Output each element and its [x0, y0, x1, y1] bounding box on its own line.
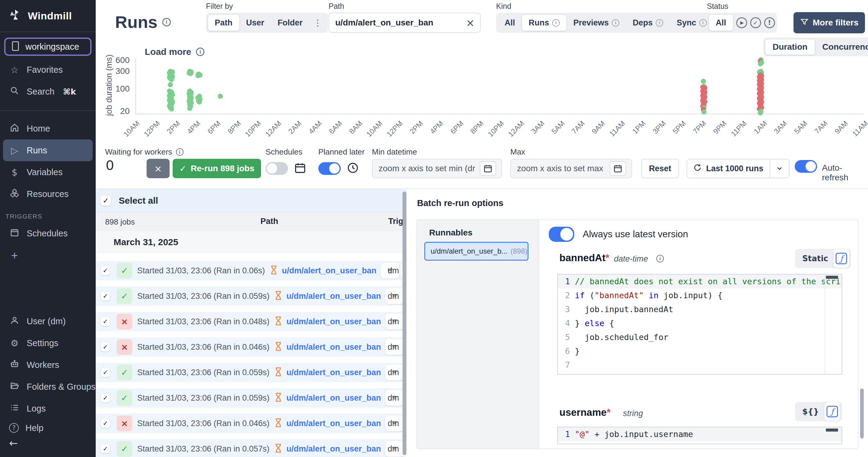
sidebar-item-runs[interactable]: ▷ Runs	[3, 139, 93, 161]
kind-option-previews[interactable]: Previews i	[567, 15, 626, 31]
sidebar-item-favorites[interactable]: ☆ Favorites	[0, 59, 96, 81]
job-path-link[interactable]: u/dm/alert_on_user_ban	[286, 419, 381, 428]
sidebar-item-help[interactable]: ? Help	[0, 420, 96, 436]
code-line: 1// bannedAt does not exist on all versi…	[558, 275, 842, 288]
sidebar-item-resources[interactable]: Resources	[0, 183, 96, 205]
min-datetime-input[interactable]	[378, 163, 476, 174]
job-row[interactable]: ✓ × Started 31/03, 23:06 (Ran in 0.048s)…	[96, 312, 406, 331]
latest-version-toggle[interactable]	[549, 227, 574, 242]
max-datetime-input[interactable]	[516, 163, 606, 174]
code-token: else	[585, 316, 604, 330]
planned-later-toggle[interactable]	[318, 162, 341, 175]
info-icon[interactable]: i	[656, 255, 664, 262]
status-running-icon[interactable]: ▶	[736, 17, 747, 28]
filter-option-folder[interactable]: Folder	[271, 15, 310, 31]
job-row[interactable]: ✓ ✓ Started 31/03, 23:06 (Ran in 0.057s)…	[96, 439, 406, 457]
x-tick-label: 8PM	[226, 119, 243, 136]
collapse-sidebar-icon[interactable]: ←	[0, 436, 96, 449]
latest-version-row: Always use latest version	[549, 227, 688, 242]
mode-template[interactable]: ${}	[797, 407, 825, 416]
editor-scrollbar[interactable]	[826, 429, 838, 432]
schedules-toggle[interactable]	[266, 162, 288, 175]
sidebar-item-search[interactable]: Search ⌘k	[0, 81, 96, 103]
calendar-icon[interactable]	[610, 161, 626, 176]
bannedAt-code-editor[interactable]: 1// bannedAt does not exist on all versi…	[557, 274, 842, 375]
job-path-link[interactable]: u/dm/alert_on_user_ban	[286, 444, 381, 454]
row-checkbox[interactable]: ✓	[101, 266, 110, 275]
sidebar-item-variables[interactable]: $ Variables	[0, 161, 96, 183]
kind-option-all[interactable]: All	[498, 15, 522, 31]
kind-option-runs[interactable]: Runs i	[522, 15, 567, 31]
list-scrollbar[interactable]	[403, 192, 406, 455]
job-path-link[interactable]: u/dm/alert_on_user_ban	[286, 342, 381, 352]
status-success-icon[interactable]: ✓	[750, 17, 761, 28]
job-path-link[interactable]: u/dm/alert_on_user_ban	[282, 266, 376, 276]
mode-static[interactable]: Static	[797, 254, 834, 263]
editor-scrollbar[interactable]	[826, 276, 838, 279]
job-path-link[interactable]: u/dm/alert_on_user_ban	[286, 368, 381, 377]
max-datetime-wrap	[510, 159, 632, 178]
duration-scatter-chart[interactable]	[135, 58, 864, 114]
info-icon[interactable]: i	[162, 18, 171, 26]
username-code-editor[interactable]: 1"@" + job.input.username	[557, 427, 842, 444]
calendar-icon[interactable]	[480, 161, 496, 176]
x-tick-label: 11AM	[608, 119, 627, 138]
row-checkbox[interactable]: ✓	[101, 444, 110, 453]
rerun-jobs-button[interactable]: ✓ Re-run 898 jobs	[173, 159, 261, 178]
filter-option-path[interactable]: Path	[208, 15, 240, 31]
panel-scrollbar[interactable]	[860, 389, 864, 438]
row-checkbox[interactable]: ✓	[101, 419, 110, 428]
status-option-all[interactable]: All	[709, 15, 733, 31]
kebab-menu-icon[interactable]: ⋮	[309, 18, 326, 28]
sidebar-item-workers[interactable]: Workers	[0, 354, 96, 376]
job-path-link[interactable]: u/dm/alert_on_user_ban	[286, 393, 381, 403]
filter-option-user[interactable]: User	[240, 15, 271, 31]
view-option-concurrency[interactable]: Concurrency	[815, 39, 868, 55]
sidebar-item-user[interactable]: User (dm)	[0, 310, 96, 332]
path-input[interactable]	[335, 18, 462, 28]
mode-javascript-button[interactable]: ƒ	[834, 249, 849, 268]
sidebar-item-home[interactable]: Home	[0, 118, 96, 139]
row-checkbox[interactable]: ✓	[101, 342, 110, 351]
status-failure-icon[interactable]: !	[764, 17, 775, 28]
mode-javascript-button[interactable]: ƒ	[825, 402, 840, 421]
job-row[interactable]: ✓ ✓ Started 31/03, 23:06 (Ran in 0.06s) …	[96, 261, 406, 280]
load-more-button[interactable]: Load more i	[145, 47, 205, 57]
job-row[interactable]: ✓ ✓ Started 31/03, 23:06 (Ran in 0.059s)…	[96, 286, 406, 306]
job-row[interactable]: ✓ ✓ Started 31/03, 23:06 (Ran in 0.059s)…	[96, 363, 406, 382]
sidebar-item-settings[interactable]: ⚙ Settings	[0, 332, 96, 354]
job-path-link[interactable]: u/dm/alert_on_user_ban	[286, 317, 381, 326]
row-checkbox[interactable]: ✓	[101, 393, 110, 402]
row-checkbox[interactable]: ✓	[101, 317, 110, 326]
code-line: 2if ("bannedAt" in job.input) {	[558, 288, 842, 303]
reset-button[interactable]: Reset	[641, 159, 679, 178]
last-runs-main[interactable]: Last 1000 runs	[687, 163, 770, 174]
last-runs-label: Last 1000 runs	[706, 164, 763, 173]
triggered-by: dm	[388, 317, 399, 326]
last-runs-button[interactable]: Last 1000 runs	[687, 159, 789, 178]
scatter-point	[187, 106, 192, 111]
row-checkbox[interactable]: ✓	[101, 368, 110, 377]
cancel-selection-button[interactable]: ×	[147, 159, 169, 178]
waiting-workers-text: Waiting for workers	[105, 147, 172, 157]
kind-option-deps[interactable]: Deps i	[626, 15, 670, 31]
logo-row[interactable]: Windmill	[0, 0, 96, 31]
clear-path-icon[interactable]: ×	[466, 18, 475, 28]
select-all-checkbox[interactable]: ✓	[100, 196, 111, 206]
auto-refresh-toggle[interactable]	[795, 160, 817, 173]
sidebar-item-schedules[interactable]: Schedules	[0, 223, 96, 244]
job-row[interactable]: ✓ × Started 31/03, 23:06 (Ran in 0.046s)…	[96, 337, 406, 357]
row-checkbox[interactable]: ✓	[101, 291, 110, 301]
add-trigger-button[interactable]: +	[0, 244, 96, 266]
view-option-duration[interactable]: Duration	[765, 39, 815, 55]
date-group-header: March 31, 2025	[96, 231, 406, 253]
workspace-selector[interactable]: workingspace	[4, 37, 91, 56]
job-path-link[interactable]: u/dm/alert_on_user_ban	[286, 291, 381, 301]
job-row[interactable]: ✓ × Started 31/03, 23:06 (Ran in 0.046s)…	[96, 414, 406, 433]
sidebar-item-logs[interactable]: Logs	[0, 398, 96, 420]
job-row[interactable]: ✓ ✓ Started 31/03, 23:06 (Ran in 0.059s)…	[96, 388, 406, 408]
runnable-chip[interactable]: u/dm/alert_on_user_b... (898)	[424, 242, 528, 261]
last-runs-dropdown[interactable]	[770, 160, 789, 178]
sidebar-item-folders[interactable]: Folders & Groups...	[0, 376, 96, 398]
more-filters-button[interactable]: More filters	[794, 12, 865, 33]
